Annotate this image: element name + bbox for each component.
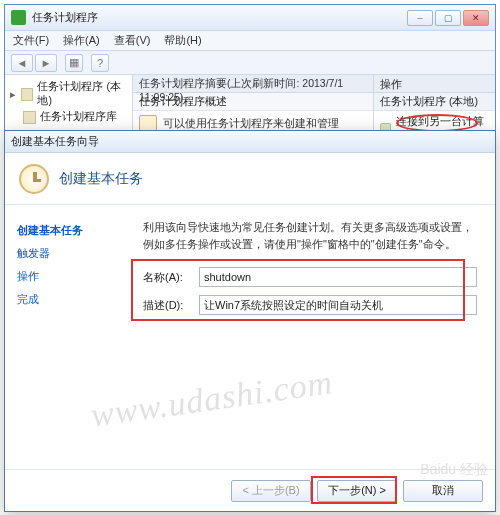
overview-header: 任务计划程序概述 xyxy=(133,93,373,111)
wizard-steps: 创建基本任务 触发器 操作 完成 xyxy=(5,205,125,469)
step-action[interactable]: 操作 xyxy=(17,265,113,288)
wizard-titlebar: 创建基本任务向导 xyxy=(5,131,495,153)
expand-icon[interactable]: ▸ xyxy=(9,88,17,101)
folder-icon xyxy=(21,88,33,101)
toolbar-button[interactable]: ▦ xyxy=(65,54,83,72)
step-basic[interactable]: 创建基本任务 xyxy=(17,219,113,242)
clock-icon xyxy=(19,164,49,194)
menu-file[interactable]: 文件(F) xyxy=(13,33,49,48)
window-title: 任务计划程序 xyxy=(32,10,407,25)
nav-fwd-icon[interactable]: ► xyxy=(35,54,57,72)
actions-context: 任务计划程序 (本地) xyxy=(374,93,495,111)
tree-root[interactable]: ▸ 任务计划程序 (本地) xyxy=(9,79,128,109)
task-scheduler-window: 任务计划程序 – ▢ ✕ 文件(F) 操作(A) 查看(V) 帮助(H) ◄ ►… xyxy=(4,4,496,144)
overview-desc: 可以使用任务计划程序来创建和管理 xyxy=(133,111,373,131)
menubar: 文件(F) 操作(A) 查看(V) 帮助(H) xyxy=(5,31,495,51)
nav-back-icon[interactable]: ◄ xyxy=(11,54,33,72)
app-icon xyxy=(11,10,26,25)
desc-label: 描述(D): xyxy=(143,298,199,313)
folder-icon xyxy=(23,111,36,124)
minimize-button[interactable]: – xyxy=(407,10,433,26)
actions-title: 操作 xyxy=(374,75,495,93)
step-finish[interactable]: 完成 xyxy=(17,288,113,311)
menu-help[interactable]: 帮助(H) xyxy=(164,33,201,48)
menu-action[interactable]: 操作(A) xyxy=(63,33,100,48)
tree-child-label: 任务计划程序库 xyxy=(40,110,117,124)
tree-root-label: 任务计划程序 (本地) xyxy=(37,80,128,108)
back-button: < 上一步(B) xyxy=(231,480,311,502)
wizard-header: 创建基本任务 xyxy=(5,153,495,205)
cancel-button[interactable]: 取消 xyxy=(403,480,483,502)
wizard-form: 利用该向导快速地为常见任务创建计划。有关更多高级选项或设置，例如多任务操作或设置… xyxy=(125,205,495,469)
close-button[interactable]: ✕ xyxy=(463,10,489,26)
wizard-intro: 利用该向导快速地为常见任务创建计划。有关更多高级选项或设置，例如多任务操作或设置… xyxy=(143,219,477,253)
summary-header: 任务计划程序摘要(上次刷新时间: 2013/7/1 11:09:25) xyxy=(133,75,373,93)
wizard-footer: < 上一步(B) 下一步(N) > 取消 xyxy=(5,469,495,511)
name-input[interactable] xyxy=(199,267,477,287)
toolbar-button[interactable]: ? xyxy=(91,54,109,72)
wizard-heading: 创建基本任务 xyxy=(59,170,143,188)
maximize-button[interactable]: ▢ xyxy=(435,10,461,26)
step-trigger[interactable]: 触发器 xyxy=(17,242,113,265)
menu-view[interactable]: 查看(V) xyxy=(114,33,151,48)
next-button[interactable]: 下一步(N) > xyxy=(317,480,397,502)
toolbar: ◄ ► ▦ ? xyxy=(5,51,495,75)
titlebar: 任务计划程序 – ▢ ✕ xyxy=(5,5,495,31)
create-basic-task-wizard: 创建基本任务向导 创建基本任务 创建基本任务 触发器 操作 完成 利用该向导快速… xyxy=(4,130,496,512)
tree-child[interactable]: 任务计划程序库 xyxy=(9,109,128,125)
desc-input[interactable] xyxy=(199,295,477,315)
wizard-title: 创建基本任务向导 xyxy=(11,134,99,149)
name-label: 名称(A): xyxy=(143,270,199,285)
